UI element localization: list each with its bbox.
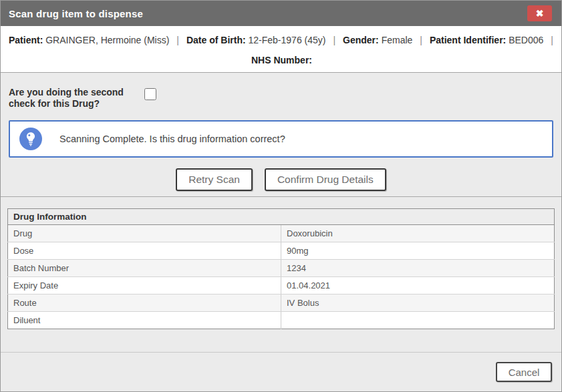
- patient-dob-value: 12-Feb-1976 (45y): [249, 35, 326, 45]
- alert-message: Scanning Complete. Is this drug informat…: [59, 134, 285, 144]
- lightbulb-icon: [19, 128, 42, 150]
- row-label: Drug: [8, 224, 281, 242]
- row-value: IV Bolus: [281, 294, 555, 311]
- table-header-row: Drug Information: [8, 208, 555, 224]
- action-button-row: Retry Scan Confirm Drug Details: [1, 168, 561, 191]
- dialog-title: Scan drug item to dispense: [9, 8, 143, 19]
- patient-dob-label: Date of Birth:: [186, 35, 246, 45]
- patient-dob-field: Date of Birth: 12-Feb-1976 (45y): [186, 35, 326, 45]
- scan-status-alert: Scanning Complete. Is this drug informat…: [9, 120, 553, 158]
- nhs-number-label: NHS Number:: [251, 55, 312, 65]
- second-check-checkbox[interactable]: [144, 88, 156, 100]
- row-value: [281, 311, 555, 329]
- table-row: Dose 90mg: [8, 242, 555, 259]
- field-separator: |: [418, 35, 424, 45]
- row-label: Route: [8, 294, 281, 311]
- second-check-row: Are you doing the second check for this …: [1, 73, 561, 110]
- patient-gender-field: Gender: Female: [343, 35, 412, 45]
- patient-name-label: Patient:: [9, 35, 43, 45]
- patient-name-field: Patient: GRAINGER, Hermoine (Miss): [9, 35, 169, 45]
- second-check-question: Are you doing the second check for this …: [9, 87, 144, 110]
- patient-identifier-label: Patient Identifier:: [430, 35, 506, 45]
- patient-demographics-row: Patient: GRAINGER, Hermoine (Miss) | Dat…: [9, 35, 555, 45]
- field-separator: |: [549, 35, 555, 45]
- scan-drug-dialog: Scan drug item to dispense ✖ Patient: GR…: [0, 0, 562, 392]
- patient-gender-label: Gender:: [343, 35, 379, 45]
- patient-gender-value: Female: [382, 35, 413, 45]
- field-separator: |: [175, 35, 180, 45]
- drug-information-header: Drug Information: [8, 208, 555, 224]
- row-label: Diluent: [8, 311, 281, 329]
- row-value: 01.04.2021: [281, 276, 555, 294]
- cancel-button[interactable]: Cancel: [496, 362, 552, 382]
- patient-identifier-value: BED006: [509, 35, 543, 45]
- footer-divider: [1, 352, 561, 353]
- patient-name-value: GRAINGER, Hermoine (Miss): [45, 35, 169, 45]
- retry-scan-button[interactable]: Retry Scan: [176, 168, 253, 191]
- patient-identifier-field: Patient Identifier: BED006: [430, 35, 543, 45]
- dialog-titlebar: Scan drug item to dispense ✖: [1, 1, 561, 26]
- drug-information-table: Drug Information Drug Doxorubicin Dose 9…: [7, 208, 555, 329]
- nhs-number-field: NHS Number:: [9, 55, 555, 65]
- table-row: Batch Number 1234: [8, 259, 555, 276]
- patient-banner: Patient: GRAINGER, Hermoine (Miss) | Dat…: [1, 26, 561, 73]
- table-row: Drug Doxorubicin: [8, 224, 555, 242]
- row-value: 1234: [281, 259, 555, 276]
- confirm-drug-details-button[interactable]: Confirm Drug Details: [265, 168, 386, 191]
- field-separator: |: [331, 35, 337, 45]
- row-label: Expiry Date: [8, 276, 281, 294]
- row-value: 90mg: [281, 242, 555, 259]
- table-row: Route IV Bolus: [8, 294, 555, 311]
- section-divider: [1, 196, 561, 197]
- close-icon[interactable]: ✖: [527, 5, 552, 21]
- table-row: Diluent: [8, 311, 555, 329]
- row-label: Dose: [8, 242, 281, 259]
- table-row: Expiry Date 01.04.2021: [8, 276, 555, 294]
- row-label: Batch Number: [8, 259, 281, 276]
- row-value: Doxorubicin: [281, 224, 555, 242]
